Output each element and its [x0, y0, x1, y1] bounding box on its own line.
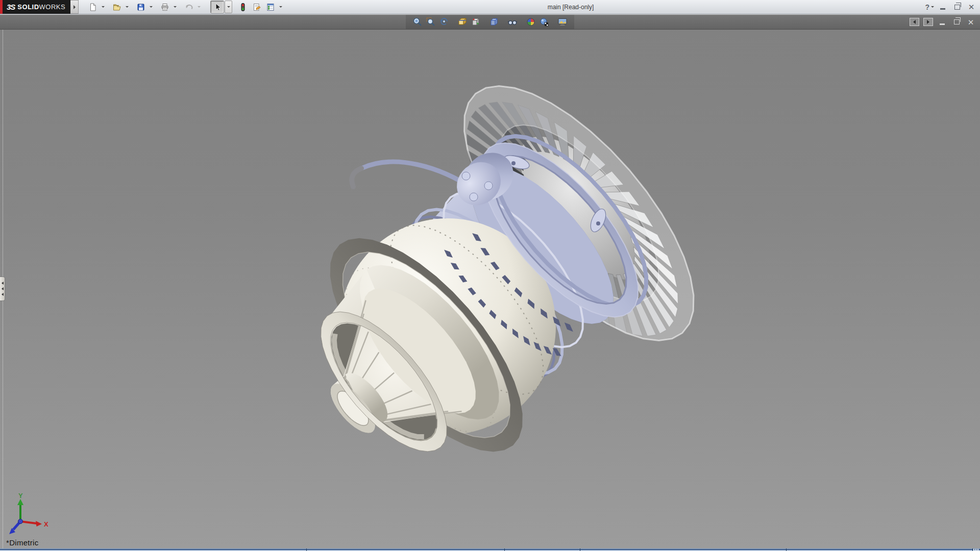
- status-divider: [580, 548, 580, 551]
- solidworks-menu-button[interactable]: 3S SOLID WORKS: [0, 0, 79, 14]
- triad-x-label: X: [44, 520, 48, 528]
- print-caret[interactable]: [172, 1, 178, 13]
- apply-scene-button[interactable]: [537, 16, 551, 28]
- zoom-to-area-button[interactable]: [424, 16, 437, 28]
- undo-button[interactable]: [182, 1, 195, 13]
- menu-expand-button[interactable]: [70, 0, 79, 14]
- file-properties-button[interactable]: [250, 1, 263, 13]
- document-close-button[interactable]: ✕: [966, 17, 976, 27]
- edit-appearance-button[interactable]: [524, 16, 537, 28]
- status-bar: [0, 548, 980, 551]
- file-properties-icon: [253, 3, 261, 11]
- section-view-button[interactable]: [456, 16, 469, 28]
- view-settings-button[interactable]: [556, 16, 569, 28]
- chevron-right-icon: [74, 5, 76, 9]
- headsup-toolbar: [406, 15, 574, 29]
- document-title: main [Read-only]: [548, 0, 594, 14]
- zoom-to-fit-icon: [412, 17, 423, 27]
- collapse-right-icon: [927, 20, 929, 24]
- collapse-arrow-icon: [2, 293, 4, 296]
- main-toolbar: [86, 0, 287, 14]
- triad-group: Y X: [9, 492, 48, 534]
- collapse-left-icon: [913, 20, 916, 24]
- chevron-down-icon: [279, 6, 282, 8]
- save-caret[interactable]: [148, 1, 154, 13]
- document-minimize-button[interactable]: [937, 17, 947, 27]
- title-bar: 3S SOLID WORKS: [0, 0, 980, 14]
- minimize-icon: [940, 8, 945, 10]
- view-orientation-label: *Dimetric: [6, 538, 39, 547]
- hide-show-items-button[interactable]: [506, 16, 519, 28]
- undo-caret[interactable]: [195, 1, 202, 13]
- status-divider: [786, 548, 787, 551]
- reference-triad: Y X: [0, 29, 980, 548]
- chevron-down-icon: [102, 6, 105, 8]
- document-restore-button[interactable]: [951, 17, 962, 27]
- minimize-icon: [940, 23, 945, 25]
- solidworks-logo-text: SOLID: [17, 3, 39, 11]
- headsup-toolbar-bar: ✕: [0, 14, 980, 30]
- display-style-button[interactable]: [487, 16, 501, 28]
- app-minimize-button[interactable]: [937, 3, 948, 12]
- restore-icon: [954, 5, 960, 10]
- collapse-arrow-icon: [2, 287, 4, 290]
- solidworks-logo: 3S SOLID WORKS: [3, 0, 70, 14]
- options-button[interactable]: [263, 1, 277, 13]
- chevron-down-icon: [198, 6, 201, 8]
- app-restore-button[interactable]: [951, 3, 963, 12]
- save-button[interactable]: [134, 1, 148, 13]
- select-caret[interactable]: [225, 1, 232, 13]
- save-icon: [137, 3, 145, 11]
- options-caret[interactable]: [277, 1, 284, 13]
- section-view-icon: [457, 17, 468, 27]
- zoom-to-fit-button[interactable]: [411, 16, 424, 28]
- chevron-down-icon: [150, 6, 153, 8]
- print-button[interactable]: [158, 1, 172, 13]
- graphics-viewport[interactable]: Y X *Dimetric: [0, 29, 980, 548]
- display-style-icon: [489, 17, 499, 27]
- select-button[interactable]: [210, 1, 224, 13]
- chevron-down-icon: [227, 6, 230, 8]
- document-window-controls: ✕: [910, 15, 976, 29]
- view-orientation-button[interactable]: [469, 16, 482, 28]
- status-divider: [972, 548, 973, 551]
- undo-icon: [185, 3, 193, 11]
- status-divider: [306, 548, 307, 551]
- solidworks-logo-text-light: WORKS: [39, 3, 66, 11]
- status-divider: [504, 548, 505, 551]
- chevron-down-icon: [931, 6, 934, 8]
- new-document-icon: [89, 3, 97, 11]
- open-caret[interactable]: [124, 1, 130, 13]
- edit-appearance-icon: [526, 17, 536, 27]
- close-icon: ✕: [968, 3, 975, 11]
- app-window-controls: ? ✕: [925, 0, 977, 14]
- new-document-button[interactable]: [86, 1, 100, 13]
- collapse-left-pane-button[interactable]: [910, 18, 919, 26]
- rebuild-traffic-light-icon: [239, 3, 247, 11]
- help-icon: ?: [925, 3, 929, 11]
- previous-view-icon: [439, 17, 449, 27]
- apply-scene-icon: [539, 17, 549, 27]
- app-close-button[interactable]: ✕: [966, 3, 977, 12]
- collapse-right-pane-button[interactable]: [923, 18, 933, 26]
- select-cursor-icon: [213, 3, 222, 11]
- restore-icon: [954, 19, 960, 24]
- open-icon: [113, 3, 121, 11]
- rebuild-button[interactable]: [236, 1, 250, 13]
- open-button[interactable]: [110, 1, 124, 13]
- solidworks-window: 3S SOLID WORKS: [0, 0, 980, 551]
- print-icon: [161, 3, 169, 11]
- collapse-arrow-icon: [2, 282, 4, 285]
- new-document-caret[interactable]: [100, 1, 106, 13]
- panel-splitter-handle[interactable]: [0, 277, 5, 301]
- zoom-to-area-icon: [426, 17, 436, 27]
- close-icon: ✕: [968, 18, 974, 26]
- solidworks-logo-glyph: 3S: [7, 3, 15, 11]
- help-button[interactable]: ?: [925, 3, 934, 11]
- chevron-down-icon: [126, 6, 129, 8]
- view-orientation-icon: [471, 17, 481, 27]
- triad-y-label: Y: [18, 492, 23, 499]
- hide-show-items-icon: [507, 17, 518, 27]
- resize-grip[interactable]: [973, 549, 978, 551]
- previous-view-button[interactable]: [437, 16, 451, 28]
